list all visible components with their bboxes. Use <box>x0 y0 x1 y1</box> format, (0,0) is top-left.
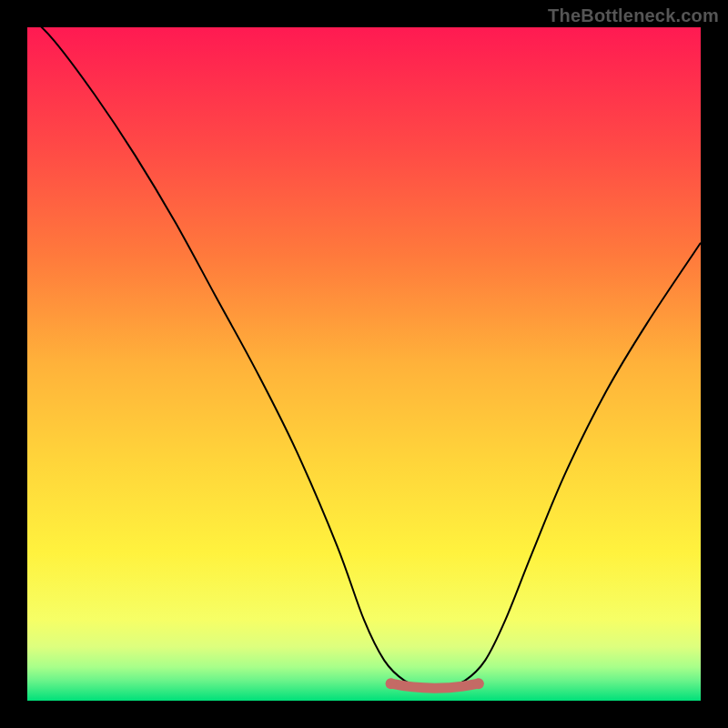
plot-svg <box>27 27 701 701</box>
watermark-label: TheBottleneck.com <box>548 5 719 26</box>
chart-frame: TheBottleneck.com <box>0 0 728 728</box>
svg-point-1 <box>473 678 484 689</box>
gradient-background <box>27 27 701 701</box>
plot-area <box>27 27 701 701</box>
svg-point-0 <box>386 678 397 689</box>
